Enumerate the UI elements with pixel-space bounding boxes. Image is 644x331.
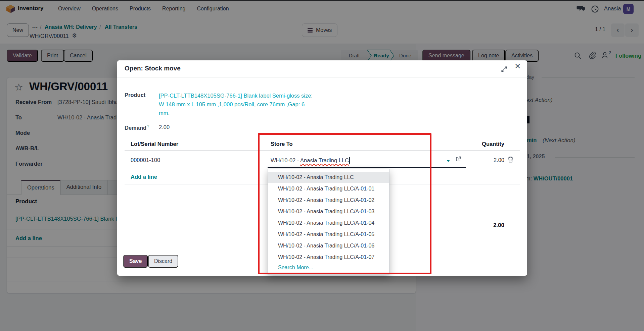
demand-help[interactable]: ? xyxy=(147,124,149,128)
dropdown-caret-icon[interactable] xyxy=(447,160,450,162)
modal-demand-value: 2.00 xyxy=(159,124,170,130)
discard-button[interactable]: Discard xyxy=(148,255,178,268)
total-quantity: 2.00 xyxy=(461,222,504,229)
cell-quantity[interactable]: 2.00 xyxy=(461,157,504,163)
close-icon[interactable]: × xyxy=(515,61,521,71)
modal-header-border xyxy=(117,77,527,77)
modal-product-label: Product xyxy=(125,92,145,98)
modal-title: Open: Stock move xyxy=(125,65,181,72)
modal-product-value[interactable]: [PP-CLT-LTTB148X105SG-766-1] Blank label… xyxy=(159,91,313,117)
annotation-rectangle xyxy=(258,133,431,274)
trash-icon[interactable] xyxy=(508,156,513,164)
modal-add-line-link[interactable]: Add a line xyxy=(131,174,157,180)
modal-demand-label: Demand? xyxy=(125,124,149,131)
column-quantity[interactable]: Quantity xyxy=(461,141,504,147)
expand-icon[interactable] xyxy=(501,66,508,74)
cell-lot-serial[interactable]: 000001-100 xyxy=(131,157,160,163)
screen: Inventory Overview Operations Products R… xyxy=(0,0,644,331)
save-button[interactable]: Save xyxy=(123,255,148,268)
column-lot-serial[interactable]: Lot/Serial Number xyxy=(131,141,178,147)
